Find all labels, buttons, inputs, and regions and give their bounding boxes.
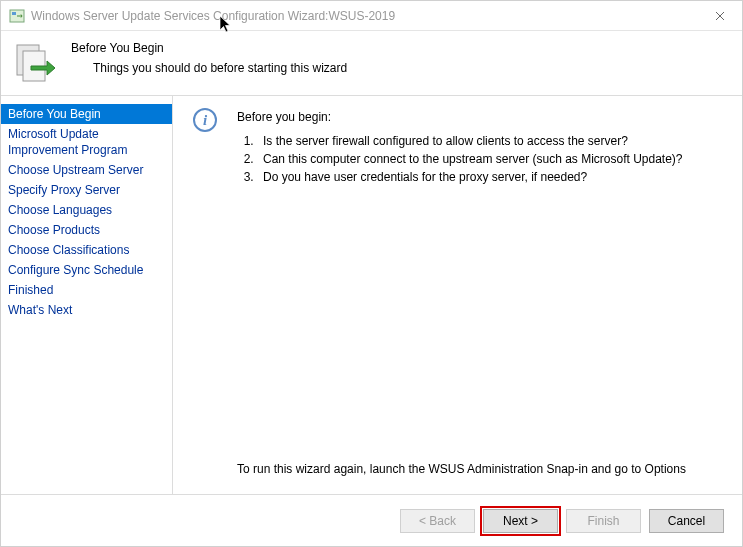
- svg-rect-1: [12, 12, 16, 15]
- checklist: Is the server firewall configured to all…: [237, 134, 683, 184]
- step-products[interactable]: Choose Products: [1, 220, 172, 240]
- back-button: < Back: [400, 509, 475, 533]
- checklist-item: Is the server firewall configured to all…: [257, 134, 683, 148]
- step-languages[interactable]: Choose Languages: [1, 200, 172, 220]
- wizard-icon: [15, 41, 57, 83]
- page-title: Before You Begin: [71, 41, 347, 55]
- titlebar: Windows Server Update Services Configura…: [1, 1, 742, 31]
- checklist-item: Can this computer connect to the upstrea…: [257, 152, 683, 166]
- button-bar: < Back Next > Finish Cancel: [1, 494, 742, 546]
- wizard-header: Before You Begin Things you should do be…: [1, 31, 742, 96]
- step-whats-next[interactable]: What's Next: [1, 300, 172, 320]
- step-before-you-begin[interactable]: Before You Begin: [1, 104, 172, 124]
- step-improvement-program[interactable]: Microsoft Update Improvement Program: [1, 124, 172, 160]
- content-panel: i Before you begin: Is the server firewa…: [173, 96, 742, 494]
- info-icon: i: [193, 108, 217, 132]
- wizard-body: Before You Begin Microsoft Update Improv…: [1, 96, 742, 494]
- close-icon: [715, 11, 725, 21]
- step-classifications[interactable]: Choose Classifications: [1, 240, 172, 260]
- next-button[interactable]: Next >: [483, 509, 558, 533]
- close-button[interactable]: [697, 1, 742, 31]
- finish-button: Finish: [566, 509, 641, 533]
- checklist-item: Do you have user credentials for the pro…: [257, 170, 683, 184]
- step-proxy-server[interactable]: Specify Proxy Server: [1, 180, 172, 200]
- step-upstream-server[interactable]: Choose Upstream Server: [1, 160, 172, 180]
- app-icon: [9, 8, 25, 24]
- footer-note: To run this wizard again, launch the WSU…: [237, 462, 722, 476]
- step-sync-schedule[interactable]: Configure Sync Schedule: [1, 260, 172, 280]
- page-subtitle: Things you should do before starting thi…: [93, 61, 347, 75]
- steps-sidebar: Before You Begin Microsoft Update Improv…: [1, 96, 173, 494]
- cancel-button[interactable]: Cancel: [649, 509, 724, 533]
- window-title: Windows Server Update Services Configura…: [31, 9, 395, 23]
- step-finished[interactable]: Finished: [1, 280, 172, 300]
- intro-text: Before you begin:: [237, 110, 683, 124]
